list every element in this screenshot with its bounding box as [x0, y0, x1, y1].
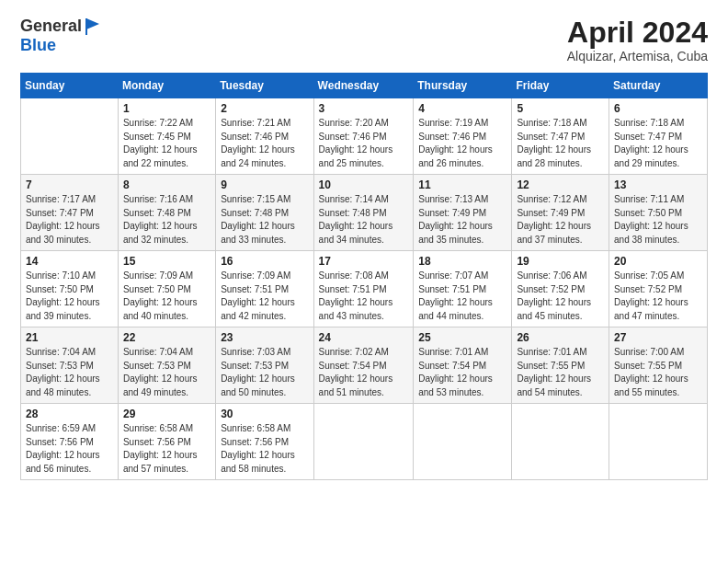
day-number: 24: [319, 331, 409, 344]
calendar-cell: 29Sunrise: 6:58 AM Sunset: 7:56 PM Dayli…: [118, 404, 215, 480]
logo-blue-text: Blue: [20, 36, 56, 54]
calendar-cell: 27Sunrise: 7:00 AM Sunset: 7:55 PM Dayli…: [609, 327, 708, 404]
calendar-cell: 11Sunrise: 7:13 AM Sunset: 7:49 PM Dayli…: [414, 175, 512, 251]
calendar-cell: [609, 404, 708, 480]
calendar-cell: 13Sunrise: 7:11 AM Sunset: 7:50 PM Dayli…: [609, 175, 708, 251]
day-info: Sunrise: 7:01 AM Sunset: 7:54 PM Dayligh…: [418, 346, 506, 399]
day-number: 29: [123, 408, 210, 420]
day-info: Sunrise: 7:18 AM Sunset: 7:47 PM Dayligh…: [517, 117, 604, 170]
calendar-cell: 1Sunrise: 7:22 AM Sunset: 7:45 PM Daylig…: [118, 98, 215, 175]
logo: General Blue: [20, 17, 104, 55]
col-monday: Monday: [118, 74, 215, 98]
calendar-cell: [414, 404, 512, 480]
day-info: Sunrise: 7:06 AM Sunset: 7:52 PM Dayligh…: [517, 270, 604, 323]
day-number: 1: [123, 102, 210, 115]
day-number: 20: [614, 255, 702, 268]
calendar-week-row: 28Sunrise: 6:59 AM Sunset: 7:56 PM Dayli…: [21, 404, 708, 480]
day-number: 30: [221, 408, 308, 420]
day-info: Sunrise: 7:17 AM Sunset: 7:47 PM Dayligh…: [26, 193, 113, 247]
col-wednesday: Wednesday: [313, 74, 414, 98]
day-number: 5: [517, 102, 604, 115]
calendar-cell: 30Sunrise: 6:58 AM Sunset: 7:56 PM Dayli…: [216, 404, 313, 480]
logo-general-text: General: [20, 17, 82, 35]
calendar-cell: 24Sunrise: 7:02 AM Sunset: 7:54 PM Dayli…: [313, 327, 414, 404]
calendar-cell: 4Sunrise: 7:19 AM Sunset: 7:46 PM Daylig…: [414, 98, 512, 175]
calendar-cell: 10Sunrise: 7:14 AM Sunset: 7:48 PM Dayli…: [313, 175, 414, 251]
calendar-week-row: 21Sunrise: 7:04 AM Sunset: 7:53 PM Dayli…: [21, 327, 708, 404]
day-info: Sunrise: 7:14 AM Sunset: 7:48 PM Dayligh…: [319, 193, 409, 247]
svg-marker-0: [86, 18, 99, 29]
day-number: 9: [221, 178, 308, 191]
day-info: Sunrise: 7:20 AM Sunset: 7:46 PM Dayligh…: [319, 117, 409, 170]
day-number: 15: [123, 255, 210, 268]
calendar-cell: 8Sunrise: 7:16 AM Sunset: 7:48 PM Daylig…: [118, 175, 215, 251]
day-info: Sunrise: 7:19 AM Sunset: 7:46 PM Dayligh…: [418, 117, 506, 170]
calendar-week-row: 14Sunrise: 7:10 AM Sunset: 7:50 PM Dayli…: [21, 251, 708, 327]
day-info: Sunrise: 7:08 AM Sunset: 7:51 PM Dayligh…: [319, 270, 409, 323]
day-number: 23: [221, 331, 308, 344]
day-info: Sunrise: 7:22 AM Sunset: 7:45 PM Dayligh…: [123, 117, 210, 170]
day-number: 14: [26, 255, 113, 268]
day-info: Sunrise: 7:10 AM Sunset: 7:50 PM Dayligh…: [26, 270, 113, 323]
day-info: Sunrise: 7:16 AM Sunset: 7:48 PM Dayligh…: [123, 193, 210, 247]
day-info: Sunrise: 7:12 AM Sunset: 7:49 PM Dayligh…: [517, 193, 604, 247]
calendar-cell: 14Sunrise: 7:10 AM Sunset: 7:50 PM Dayli…: [21, 251, 119, 327]
day-info: Sunrise: 7:11 AM Sunset: 7:50 PM Dayligh…: [614, 193, 702, 247]
day-number: 26: [517, 331, 604, 344]
calendar-cell: 19Sunrise: 7:06 AM Sunset: 7:52 PM Dayli…: [512, 251, 609, 327]
calendar-week-row: 1Sunrise: 7:22 AM Sunset: 7:45 PM Daylig…: [21, 98, 708, 175]
header-row: Sunday Monday Tuesday Wednesday Thursday…: [21, 74, 708, 98]
calendar-cell: 2Sunrise: 7:21 AM Sunset: 7:46 PM Daylig…: [216, 98, 313, 175]
header: General Blue April 2024 Alquizar, Artemi…: [20, 17, 708, 63]
day-info: Sunrise: 6:58 AM Sunset: 7:56 PM Dayligh…: [123, 422, 210, 476]
day-number: 12: [517, 178, 604, 191]
calendar-cell: [512, 404, 609, 480]
calendar-week-row: 7Sunrise: 7:17 AM Sunset: 7:47 PM Daylig…: [21, 175, 708, 251]
month-title: April 2024: [567, 17, 708, 49]
day-number: 27: [614, 331, 702, 344]
day-info: Sunrise: 7:04 AM Sunset: 7:53 PM Dayligh…: [123, 346, 210, 399]
day-number: 10: [319, 178, 409, 191]
day-number: 3: [319, 102, 409, 115]
day-number: 22: [123, 331, 210, 344]
day-number: 18: [418, 255, 506, 268]
day-number: 13: [614, 178, 702, 191]
calendar-cell: 18Sunrise: 7:07 AM Sunset: 7:51 PM Dayli…: [414, 251, 512, 327]
day-info: Sunrise: 7:04 AM Sunset: 7:53 PM Dayligh…: [26, 346, 113, 399]
col-saturday: Saturday: [609, 74, 708, 98]
col-thursday: Thursday: [414, 74, 512, 98]
day-info: Sunrise: 7:02 AM Sunset: 7:54 PM Dayligh…: [319, 346, 409, 399]
calendar-cell: [313, 404, 414, 480]
col-tuesday: Tuesday: [216, 74, 313, 98]
day-number: 17: [319, 255, 409, 268]
calendar-cell: 7Sunrise: 7:17 AM Sunset: 7:47 PM Daylig…: [21, 175, 119, 251]
day-info: Sunrise: 7:03 AM Sunset: 7:53 PM Dayligh…: [221, 346, 308, 399]
calendar-cell: 15Sunrise: 7:09 AM Sunset: 7:50 PM Dayli…: [118, 251, 215, 327]
calendar-cell: 3Sunrise: 7:20 AM Sunset: 7:46 PM Daylig…: [313, 98, 414, 175]
day-info: Sunrise: 7:09 AM Sunset: 7:51 PM Dayligh…: [221, 270, 308, 323]
day-info: Sunrise: 7:21 AM Sunset: 7:46 PM Dayligh…: [221, 117, 308, 170]
col-sunday: Sunday: [21, 74, 119, 98]
calendar-cell: 20Sunrise: 7:05 AM Sunset: 7:52 PM Dayli…: [609, 251, 708, 327]
day-info: Sunrise: 6:58 AM Sunset: 7:56 PM Dayligh…: [221, 422, 308, 476]
title-area: April 2024 Alquizar, Artemisa, Cuba: [567, 17, 708, 63]
day-info: Sunrise: 7:00 AM Sunset: 7:55 PM Dayligh…: [614, 346, 702, 399]
day-info: Sunrise: 7:07 AM Sunset: 7:51 PM Dayligh…: [418, 270, 506, 323]
calendar-cell: 5Sunrise: 7:18 AM Sunset: 7:47 PM Daylig…: [512, 98, 609, 175]
page: General Blue April 2024 Alquizar, Artemi…: [0, 0, 728, 491]
day-number: 19: [517, 255, 604, 268]
day-number: 25: [418, 331, 506, 344]
calendar-cell: 6Sunrise: 7:18 AM Sunset: 7:47 PM Daylig…: [609, 98, 708, 175]
calendar-cell: 26Sunrise: 7:01 AM Sunset: 7:55 PM Dayli…: [512, 327, 609, 404]
day-info: Sunrise: 7:05 AM Sunset: 7:52 PM Dayligh…: [614, 270, 702, 323]
day-info: Sunrise: 7:18 AM Sunset: 7:47 PM Dayligh…: [614, 117, 702, 170]
calendar-cell: 21Sunrise: 7:04 AM Sunset: 7:53 PM Dayli…: [21, 327, 119, 404]
calendar-cell: 23Sunrise: 7:03 AM Sunset: 7:53 PM Dayli…: [216, 327, 313, 404]
calendar-cell: 28Sunrise: 6:59 AM Sunset: 7:56 PM Dayli…: [21, 404, 119, 480]
day-number: 11: [418, 178, 506, 191]
logo-flag-icon: [83, 17, 103, 37]
day-number: 28: [26, 408, 113, 420]
calendar-cell: 25Sunrise: 7:01 AM Sunset: 7:54 PM Dayli…: [414, 327, 512, 404]
day-info: Sunrise: 7:09 AM Sunset: 7:50 PM Dayligh…: [123, 270, 210, 323]
day-number: 4: [418, 102, 506, 115]
